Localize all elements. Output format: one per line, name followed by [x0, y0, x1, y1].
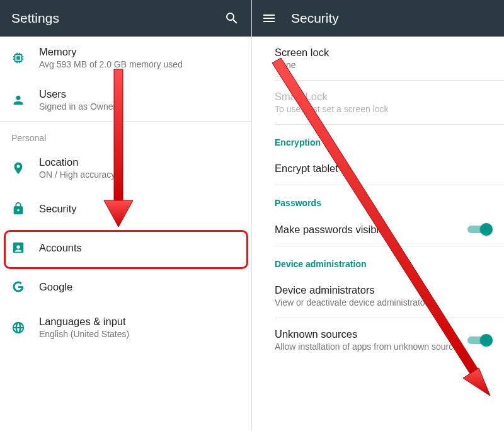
item-title: Location	[39, 156, 240, 168]
section-device-admin: Device administration	[252, 246, 504, 274]
security-list[interactable]: Screen lock None Smart Lock To use, firs…	[252, 37, 504, 431]
item-title: Users	[39, 88, 240, 100]
row-title: Screen lock	[275, 47, 493, 59]
item-sub: English (United States)	[39, 329, 240, 339]
row-title: Smart Lock	[275, 91, 493, 103]
row-device-admins[interactable]: Device administrators View or deactivate…	[252, 274, 504, 318]
section-passwords: Passwords	[252, 185, 504, 213]
settings-item-accounts[interactable]: Accounts	[0, 228, 251, 267]
row-sub: To use, first set a screen lock	[275, 104, 493, 114]
menu-icon[interactable]	[261, 10, 277, 26]
settings-item-security[interactable]: Security	[0, 189, 251, 228]
row-sub: View or deactivate device administrators	[275, 297, 493, 307]
row-sub: Allow installation of apps from unknown …	[275, 342, 467, 352]
row-title: Make passwords visible	[275, 224, 467, 236]
item-sub: Avg 593 MB of 2.0 GB memory used	[39, 59, 240, 69]
appbar-title: Security	[291, 11, 493, 26]
row-title: Encrypt tablet	[275, 163, 493, 175]
item-title: Memory	[39, 46, 240, 58]
item-title: Languages & input	[39, 316, 240, 328]
memory-icon	[11, 51, 39, 65]
appbar-security: Security	[252, 0, 504, 37]
row-encrypt-tablet[interactable]: Encrypt tablet	[252, 152, 504, 185]
item-title: Security	[39, 203, 240, 215]
item-sub: ON / High accuracy	[39, 170, 240, 180]
settings-list[interactable]: Memory Avg 593 MB of 2.0 GB memory used …	[0, 37, 251, 431]
row-make-passwords-visible[interactable]: Make passwords visible	[252, 213, 504, 246]
settings-item-google[interactable]: Google	[0, 267, 251, 306]
item-sub: Signed in as Owner	[39, 101, 240, 112]
settings-item-languages[interactable]: Languages & input English (United States…	[0, 306, 251, 348]
item-title: Accounts	[39, 242, 240, 254]
settings-item-location[interactable]: Location ON / High accuracy	[0, 147, 251, 189]
location-icon	[11, 161, 39, 175]
section-encrypt: Encryption	[252, 125, 504, 152]
lock-icon	[11, 202, 39, 216]
appbar-title: Settings	[11, 11, 215, 26]
settings-item-users[interactable]: Users Signed in as Owner	[0, 79, 251, 121]
row-unknown-sources[interactable]: Unknown sources Allow installation of ap…	[252, 318, 504, 362]
search-icon[interactable]	[224, 10, 240, 26]
settings-item-memory[interactable]: Memory Avg 593 MB of 2.0 GB memory used	[0, 37, 251, 79]
section-personal: Personal	[0, 122, 251, 147]
globe-icon	[11, 321, 39, 335]
account-icon	[11, 241, 39, 255]
row-title: Unknown sources	[275, 328, 467, 340]
google-icon	[11, 280, 39, 294]
item-title: Google	[39, 281, 240, 293]
appbar-settings: Settings	[0, 0, 251, 37]
row-title: Device administrators	[275, 284, 493, 296]
row-sub: None	[275, 60, 493, 70]
settings-panel: Settings Memory Avg 593 MB of 2.0 GB mem…	[0, 0, 252, 431]
security-panel: Security Screen lock None Smart Lock To …	[252, 0, 504, 431]
row-smart-lock: Smart Lock To use, first set a screen lo…	[252, 81, 504, 124]
row-screen-lock[interactable]: Screen lock None	[252, 37, 504, 80]
user-icon	[11, 93, 39, 107]
toggle-unknown-sources[interactable]	[467, 334, 493, 347]
toggle-passwords-visible[interactable]	[467, 223, 493, 236]
